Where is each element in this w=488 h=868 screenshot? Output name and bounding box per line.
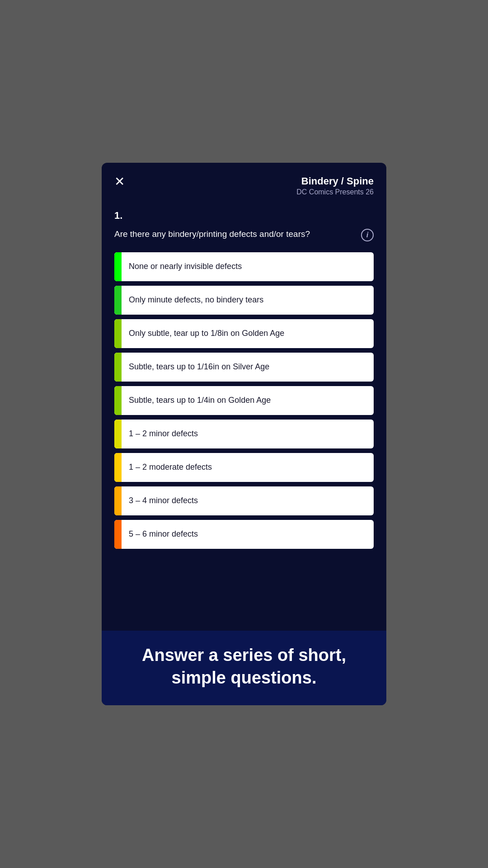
option-label-9: 5 – 6 minor defects: [122, 520, 374, 549]
option-color-bar-4: [114, 353, 122, 382]
option-color-bar-9: [114, 520, 122, 549]
option-item-1[interactable]: None or nearly invisible defects: [114, 252, 374, 281]
options-list: None or nearly invisible defectsOnly min…: [114, 252, 374, 549]
option-label-5: Subtle, tears up to 1/4in on Golden Age: [122, 386, 374, 415]
question-text: Are there any bindery/printing defects a…: [114, 228, 361, 241]
option-label-6: 1 – 2 minor defects: [122, 420, 374, 448]
title-main: Bindery / Spine: [296, 175, 374, 187]
option-label-2: Only minute defects, no bindery tears: [122, 286, 374, 315]
option-item-7[interactable]: 1 – 2 moderate defects: [114, 453, 374, 482]
option-color-bar-1: [114, 252, 122, 281]
option-color-bar-3: [114, 319, 122, 348]
footer-text: Answer a series of short, simple questio…: [114, 644, 374, 689]
option-color-bar-7: [114, 453, 122, 482]
option-item-2[interactable]: Only minute defects, no bindery tears: [114, 286, 374, 315]
modal-content: 1. Are there any bindery/printing defect…: [102, 205, 386, 631]
option-label-1: None or nearly invisible defects: [122, 252, 374, 281]
modal-header: ✕ Bindery / Spine DC Comics Presents 26: [102, 163, 386, 205]
option-color-bar-2: [114, 286, 122, 315]
option-item-8[interactable]: 3 – 4 minor defects: [114, 486, 374, 515]
option-color-bar-8: [114, 486, 122, 515]
option-label-4: Subtle, tears up to 1/16in on Silver Age: [122, 353, 374, 382]
option-item-3[interactable]: Only subtle, tear up to 1/8in on Golden …: [114, 319, 374, 348]
option-item-5[interactable]: Subtle, tears up to 1/4in on Golden Age: [114, 386, 374, 415]
info-icon[interactable]: i: [361, 229, 374, 241]
option-label-3: Only subtle, tear up to 1/8in on Golden …: [122, 319, 374, 348]
option-item-6[interactable]: 1 – 2 minor defects: [114, 420, 374, 448]
option-color-bar-6: [114, 420, 122, 448]
title-subtitle: DC Comics Presents 26: [296, 188, 374, 196]
modal-dialog: ✕ Bindery / Spine DC Comics Presents 26 …: [102, 163, 386, 705]
option-label-7: 1 – 2 moderate defects: [122, 453, 374, 482]
close-button[interactable]: ✕: [114, 175, 125, 188]
option-label-8: 3 – 4 minor defects: [122, 486, 374, 515]
modal-footer: Answer a series of short, simple questio…: [102, 631, 386, 705]
header-title: Bindery / Spine DC Comics Presents 26: [296, 175, 374, 196]
option-item-4[interactable]: Subtle, tears up to 1/16in on Silver Age: [114, 353, 374, 382]
question-number: 1.: [114, 210, 374, 222]
option-item-9[interactable]: 5 – 6 minor defects: [114, 520, 374, 549]
option-color-bar-5: [114, 386, 122, 415]
question-row: Are there any bindery/printing defects a…: [114, 228, 374, 241]
